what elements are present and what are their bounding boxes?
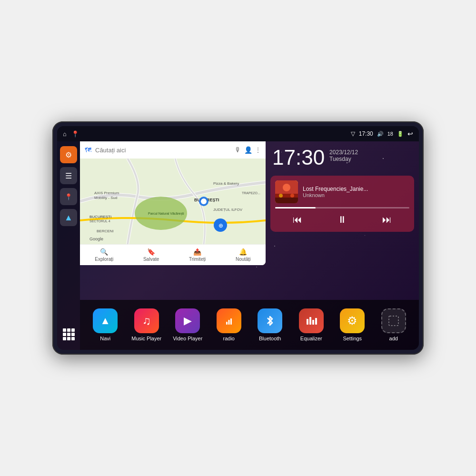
google-maps-icon: 🗺 [85,146,91,154]
center-content: 🗺 🎙 👤 ⋮ [80,141,419,350]
clock-time-display: 17:30 [272,147,325,168]
grid-icon [63,328,75,340]
sidebar-files-button[interactable]: ☰ [60,167,77,184]
map-pin-icon[interactable]: 📍 [71,130,79,138]
navi-icon: ▲ [100,315,110,327]
map-tab-trimiteți-label: Trimiteți [189,257,206,262]
music-progress-fill [275,207,316,208]
video-player-label: Video Player [173,336,202,341]
svg-rect-25 [228,320,229,325]
sidebar-map-button[interactable]: 📍 [60,188,77,205]
svg-rect-23 [275,198,298,203]
battery-level: 18 [387,131,393,137]
app-bluetooth[interactable]: Bluetooth [253,308,287,341]
sidebar-navigation-button[interactable]: ▲ [60,209,77,226]
map-tab-explorați[interactable]: 🔍 Explorați [95,248,113,262]
sidebar: ⚙ ☰ 📍 ▲ [57,141,80,350]
app-navi[interactable]: ▲ Navi [89,308,122,341]
map-tab-salvate-label: Salvate [143,257,159,262]
map-tab-explorați-label: Explorați [95,257,113,262]
music-next-button[interactable]: ⏭ [377,212,397,227]
settings-gear-icon: ⚙ [347,314,357,327]
app-drawer: ▲ Navi ♫ Music Player ▶ Vid [80,300,419,350]
svg-text:JUDEȚUL ILFOV: JUDEȚUL ILFOV [213,208,243,212]
navigation-arrow-icon: ▲ [64,213,73,223]
map-svg: AXIS Premium Mobility - Sud TRAPEZO... P… [80,159,266,244]
navi-label: Navi [100,336,110,341]
music-pause-button[interactable]: ⏸ [333,212,352,227]
mic-icon[interactable]: 🎙 [235,146,241,154]
svg-rect-24 [226,322,228,325]
map-body: AXIS Premium Mobility - Sud TRAPEZO... P… [80,159,266,244]
car-head-unit: ⌂ 📍 ▽ 17:30 🔊 18 🔋 ↩ [52,121,424,355]
device-screen: ⌂ 📍 ▽ 17:30 🔊 18 🔋 ↩ [57,126,419,350]
battery-icon: 🔋 [397,131,404,137]
settings-icon-wrap: ⚙ [340,308,365,333]
svg-rect-29 [312,320,314,325]
navi-icon-wrap: ▲ [93,308,118,333]
add-label: add [389,336,398,341]
bluetooth-label: Bluetooth [259,336,281,341]
map-search-bar: 🗺 🎙 👤 ⋮ [80,141,266,159]
add-icon [387,314,400,327]
map-bottom-bar: 🔍 Explorați 🔖 Salvate 📤 Trimiteți � [80,244,266,265]
app-equalizer[interactable]: Equalizer [295,308,328,341]
saved-icon: 🔖 [147,248,155,256]
music-artist: Unknown [303,192,409,198]
svg-text:SECTORUL 4: SECTORUL 4 [89,219,110,223]
svg-text:TRAPEZO...: TRAPEZO... [242,191,260,195]
clock-date-info: 2023/12/12 Tuesday [329,147,358,162]
settings-icon: ⚙ [65,150,72,159]
music-top: Lost Frequencies_Janie... Unknown [275,180,409,203]
equalizer-label: Equalizer [300,336,322,341]
files-icon: ☰ [65,171,72,180]
share-icon: 📤 [193,248,201,256]
clock-widget: 17:30 2023/12/12 Tuesday [266,141,419,174]
map-search-input[interactable] [95,147,231,154]
music-controls: ⏮ ⏸ ⏭ [275,212,409,227]
map-tab-salvate[interactable]: 🔖 Salvate [143,248,159,262]
back-icon[interactable]: ↩ [407,130,413,138]
video-player-icon-wrap: ▶ [175,308,200,333]
music-info: Lost Frequencies_Janie... Unknown [303,186,409,198]
svg-rect-27 [307,319,308,325]
app-add[interactable]: add [377,308,410,341]
app-video-player[interactable]: ▶ Video Player [171,308,204,341]
music-progress-bar[interactable] [275,207,409,208]
map-widget[interactable]: 🗺 🎙 👤 ⋮ [80,141,266,265]
map-icon: 📍 [65,193,72,200]
svg-rect-31 [389,316,398,326]
status-right-info: ▽ 17:30 🔊 18 🔋 ↩ [351,130,413,138]
svg-text:AXIS Premium: AXIS Premium [94,191,119,195]
music-prev-button[interactable]: ⏮ [288,212,307,227]
radio-wave-icon [222,314,236,327]
more-icon[interactable]: ⋮ [255,147,261,153]
status-left-icons: ⌂ 📍 [63,130,79,138]
svg-text:BUCUREȘTI: BUCUREȘTI [89,215,111,219]
app-radio[interactable]: radio [212,308,246,341]
settings-label: Settings [343,336,362,341]
equalizer-icon [305,314,318,327]
bluetooth-icon [263,314,277,327]
main-area: ⚙ ☰ 📍 ▲ [57,141,419,350]
explore-icon: 🔍 [100,248,108,256]
svg-text:⊕: ⊕ [218,222,223,229]
svg-text:Pizza & Bakery: Pizza & Bakery [213,181,239,186]
sidebar-settings-button[interactable]: ⚙ [60,146,77,163]
map-tab-noutăți[interactable]: 🔔 Noutăți [236,248,251,262]
home-icon[interactable]: ⌂ [63,130,67,138]
svg-point-21 [279,194,283,198]
music-player-icon-wrap: ♫ [134,308,159,333]
map-tab-trimiteți[interactable]: 📤 Trimiteți [189,248,206,262]
news-icon: 🔔 [239,248,247,256]
profile-icon[interactable]: 👤 [244,146,252,154]
music-title: Lost Frequencies_Janie... [303,186,409,192]
app-music-player[interactable]: ♫ Music Player [130,308,163,341]
svg-rect-28 [309,317,311,325]
volume-icon: 🔊 [377,131,384,137]
svg-text:Google: Google [89,237,103,241]
app-settings[interactable]: ⚙ Settings [336,308,369,341]
bluetooth-icon-wrap [258,308,282,333]
music-player-label: Music Player [131,336,161,341]
sidebar-apps-button[interactable] [60,328,77,345]
